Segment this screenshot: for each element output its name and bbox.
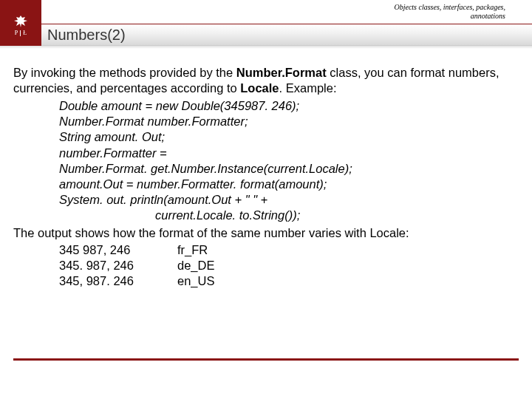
breadcrumb: Objects classes, interfaces, packages, a… — [394, 3, 505, 20]
logo-divider — [20, 30, 21, 36]
code-line: Number.Format. get.Number.Instance(curre… — [59, 161, 519, 177]
title-area: Objects classes, interfaces, packages, a… — [41, 0, 532, 46]
code-line: amount.Out = number.Formatter. format(am… — [59, 177, 519, 192]
output-locale: en_US — [177, 273, 214, 289]
intro-paragraph: By invoking the methods provided by the … — [13, 65, 519, 96]
code-line: Double amount = new Double(345987. 246); — [59, 98, 519, 114]
footer-divider — [13, 358, 519, 361]
code-line: number.Formatter = — [59, 146, 519, 161]
page-title: Numbers(2) — [47, 27, 126, 44]
eagle-icon — [13, 15, 28, 28]
slide-body: By invoking the methods provided by the … — [0, 49, 532, 290]
output-row: 345. 987, 246 de_DE — [59, 258, 519, 273]
university-logo: P Ł — [0, 0, 41, 46]
intro-bold-2: Locale — [240, 81, 279, 95]
output-block: 345 987, 246 fr_FR 345. 987, 246 de_DE 3… — [59, 242, 519, 289]
outro-paragraph: The output shows how the format of the s… — [13, 225, 519, 241]
breadcrumb-line-2: annotations — [394, 12, 505, 21]
logo-initials: P Ł — [15, 30, 27, 36]
code-line: System. out. println(amount.Out + " " + — [59, 192, 519, 208]
output-locale: fr_FR — [177, 242, 208, 258]
output-number: 345, 987. 246 — [59, 273, 177, 289]
code-line: current.Locale. to.String()); — [59, 208, 519, 223]
title-bar: Numbers(2) — [41, 24, 532, 46]
intro-text-1: By invoking the methods provided by the — [13, 66, 236, 79]
logo-letter-left: P — [15, 30, 18, 36]
code-line: String amount. Out; — [59, 129, 519, 145]
breadcrumb-line-1: Objects classes, interfaces, packages, — [394, 3, 505, 12]
logo-letter-right: Ł — [23, 30, 27, 36]
code-line: Number.Format number.Formatter; — [59, 114, 519, 129]
intro-bold-1: Number.Format — [236, 66, 327, 79]
intro-text-3: . Example: — [279, 81, 337, 95]
output-number: 345 987, 246 — [59, 242, 177, 258]
code-block: Double amount = new Double(345987. 246);… — [59, 98, 519, 223]
slide-header: P Ł Objects classes, interfaces, package… — [0, 0, 532, 46]
output-row: 345, 987. 246 en_US — [59, 273, 519, 289]
output-row: 345 987, 246 fr_FR — [59, 242, 519, 258]
output-number: 345. 987, 246 — [59, 258, 177, 273]
output-locale: de_DE — [177, 258, 214, 273]
